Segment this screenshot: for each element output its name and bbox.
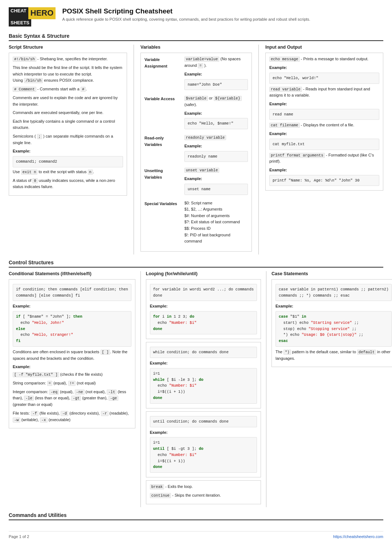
ne-int: -ne xyxy=(75,390,85,395)
io-box: echo message - Prints a message to stand… xyxy=(265,53,383,191)
var-access-code1: $variable xyxy=(184,96,208,101)
ge-int: -ge xyxy=(109,396,118,401)
printf-example-label: Example: xyxy=(269,167,379,174)
io-col: Input and Output echo message - Prints a… xyxy=(258,45,383,254)
section3-header: Commands and Utilities xyxy=(9,512,383,520)
eq-int: -eq xyxy=(49,390,59,395)
if-example2-label: Example: xyxy=(13,364,131,370)
readonly-example: readonly name xyxy=(184,151,248,162)
f-test: -f xyxy=(31,411,38,416)
shebang-code: #!/bin/sh xyxy=(13,57,36,62)
example-label-vac: Example: xyxy=(184,110,248,117)
hash-code: # xyxy=(81,87,86,92)
while-example-label: Example: xyxy=(150,360,257,367)
case-example-label: Example: xyxy=(275,303,392,310)
cat-example-label: Example: xyxy=(269,131,379,137)
printf-cmd: printf format arguments xyxy=(269,153,325,158)
header-text: POSIX Shell Scripting Cheatsheet A quick… xyxy=(62,7,310,23)
if-example: if [ "$name" = "John" ]; then echo "Hell… xyxy=(13,311,131,347)
var-access-content: $variable or ${variable} (safer). Exampl… xyxy=(184,95,248,131)
script-structure-col: Script Structure #!/bin/sh - Shebang lin… xyxy=(9,45,134,254)
read-example-label: Example: xyxy=(269,101,379,107)
file-test-code: [ -f "myfile.txt" ] xyxy=(13,372,59,377)
zero-code: 0 xyxy=(32,178,37,183)
variables-col: Variables VariableAssignment variable=va… xyxy=(134,45,258,254)
equals-code: = xyxy=(198,63,203,68)
var-unset-row: UnsettingVariables unset variable Exampl… xyxy=(144,167,248,196)
n-code: n xyxy=(88,170,93,175)
unset-code: unset variable xyxy=(184,168,219,173)
var-assignment-content: variable=value (No spaces around = ). Ex… xyxy=(184,56,248,91)
unset-example: unset name xyxy=(184,184,248,195)
var-unset-content: unset variable Example: unset name xyxy=(184,167,248,196)
var-readonly-row: Read-onlyVariables readonly variable Exa… xyxy=(144,134,248,163)
until-box: until condition; do commands done Exampl… xyxy=(146,411,261,477)
for-example-label: Example: xyxy=(150,303,257,310)
example-label-ro: Example: xyxy=(184,143,248,150)
looping-col: Looping (for/while/until) for variable i… xyxy=(140,271,266,507)
section2-header: Control Structures xyxy=(9,260,383,268)
if-syntax: if condition; then commands [elif condit… xyxy=(13,284,131,301)
for-box: for variable in word1 word2 ...; do comm… xyxy=(146,279,261,339)
exit-code: exit n xyxy=(21,170,38,175)
page-title: POSIX Shell Scripting Cheatsheet xyxy=(62,7,310,15)
logo: CHEAT HERO SHEETS xyxy=(9,7,56,27)
col2-title: Variables xyxy=(140,45,252,50)
case-col: Case Statements case variable in pattern… xyxy=(266,271,392,507)
var-table: VariableAssignment variable=value (No sp… xyxy=(144,56,248,244)
cat-example: cat myfile.txt xyxy=(269,139,379,150)
var-access-code2: ${variable} xyxy=(214,96,242,101)
conditional-col-title: Conditional Statements (if/then/else/fi) xyxy=(9,271,135,276)
page-header: CHEAT HERO SHEETS POSIX Shell Scripting … xyxy=(9,7,383,27)
example-code1: command1; command2 xyxy=(13,156,123,167)
conditional-box: if condition; then commands [elif condit… xyxy=(9,279,135,429)
for-syntax: for variable in word1 word2 ...; do comm… xyxy=(150,284,257,301)
case-box: case variable in pattern1) commands ;; p… xyxy=(271,279,392,367)
var-readonly-label: Read-onlyVariables xyxy=(144,134,184,163)
var-assignment-row: VariableAssignment variable=value (No sp… xyxy=(144,56,248,91)
while-example: i=1 while [ $i -le 3 ]; do echo "Number:… xyxy=(150,368,257,404)
logo-cheat: CHEAT xyxy=(9,7,28,19)
break-continue-box: break - Exits the loop. continue - Skips… xyxy=(146,480,261,504)
break-code: break xyxy=(150,484,164,489)
until-example-label: Example: xyxy=(150,429,257,436)
read-cmd: read variable xyxy=(269,87,302,92)
le-int: -le xyxy=(24,396,34,401)
for-example: for i in 1 2 3; do echo "Number: $i" don… xyxy=(150,311,257,334)
neq-str: != xyxy=(68,381,76,386)
example-label1: Example: xyxy=(13,148,123,155)
until-example: i=1 until [ $i -gt 3 ]; do echo "Number:… xyxy=(150,437,257,473)
var-unset-label: UnsettingVariables xyxy=(144,167,184,196)
r-test: -r xyxy=(101,411,109,416)
echo-cmd: echo message xyxy=(269,57,300,62)
read-example: read name xyxy=(269,109,379,120)
case-syntax: case variable in pattern1) commands ;; p… xyxy=(275,284,392,301)
readonly-code: readonly variable xyxy=(184,135,226,140)
binsh-code: /bin/sh xyxy=(24,78,43,83)
example-label-us: Example: xyxy=(184,176,248,182)
default-code: default xyxy=(357,350,376,355)
col3-title: Input and Output xyxy=(265,45,383,50)
echo-example: echo "Hello, world!" xyxy=(269,73,379,84)
comment-code: # Comment xyxy=(13,87,36,92)
section1-columns: Script Structure #!/bin/sh - Shebang lin… xyxy=(9,45,383,254)
logo-hero: HERO xyxy=(28,7,56,19)
var-special-label: Special Variables xyxy=(144,200,184,245)
var-special-content: $0: Script name $1, $2, ...: Arguments $… xyxy=(184,200,248,245)
footer-url[interactable]: https://cheatsheetshero.com xyxy=(333,534,383,539)
var-readonly-content: readonly variable Example: readonly name xyxy=(184,134,248,163)
w-test: -w xyxy=(13,417,20,423)
d-test: -d xyxy=(61,411,68,416)
page-subtitle: A quick reference guide to POSIX shell s… xyxy=(62,16,310,23)
continue-code: continue xyxy=(150,493,171,498)
var-assignment-label: VariableAssignment xyxy=(144,56,184,91)
semicolon-code: ; xyxy=(37,134,42,139)
var-assign-code: variable=value xyxy=(184,57,219,62)
while-box: while condition; do commands done Exampl… xyxy=(146,342,261,408)
var-special-row: Special Variables $0: Script name $1, $2… xyxy=(144,200,248,245)
example-label-va: Example: xyxy=(184,71,248,78)
cat-cmd: cat filename xyxy=(269,123,300,128)
star-paren-code: *) xyxy=(283,350,291,355)
conditional-col: Conditional Statements (if/then/else/fi)… xyxy=(9,271,140,507)
echo-example-label: Example: xyxy=(269,65,379,71)
